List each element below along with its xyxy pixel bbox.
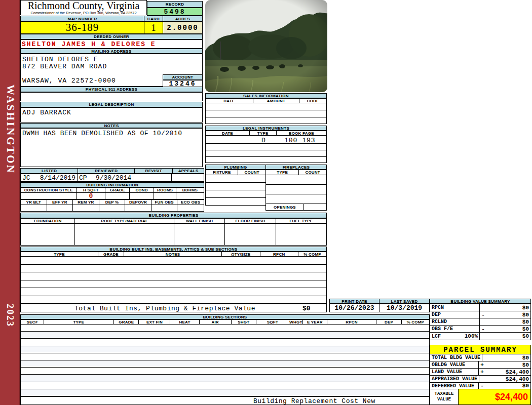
- yr-blt-value: [20, 205, 47, 212]
- wall-finish-value: [174, 223, 225, 246]
- taxable-value-label: TAXABLE VALUE: [430, 389, 459, 404]
- legal-description-value: ADJ BARRACK: [22, 109, 71, 116]
- eco-obs-value: [177, 205, 204, 212]
- property-photo: [205, 0, 327, 92]
- parcel-total-bldg-value: $0: [491, 355, 529, 361]
- listed-cell: JC 8/14/2019: [20, 174, 78, 182]
- parcel-appraised-label: APPRAISED VALUE: [432, 376, 477, 382]
- bdrms-value: [176, 192, 204, 199]
- sales-information-title: SALES INFORMATION: [205, 93, 327, 98]
- print-date-label: PRINT DATE: [329, 299, 379, 304]
- fireplaces-title: FIREPLACES: [265, 165, 327, 170]
- parcel-row-total-bldg: TOTAL BLDG VALUE $0: [430, 354, 531, 361]
- building-properties-values: [20, 223, 327, 246]
- bvs-rpcn-value: $0: [488, 305, 529, 311]
- sales-empty-rows: [205, 103, 327, 124]
- parcel-land-value: $24,400: [487, 369, 529, 375]
- notes-label: NOTES: [20, 123, 203, 128]
- record-label: RECORD: [147, 1, 203, 8]
- construction-style-value: [20, 192, 77, 199]
- revisit-label: REVISIT: [134, 168, 173, 174]
- building-sections-title: BUILDING SECTIONS: [20, 314, 430, 319]
- county-title: Richmond County, Virginia: [21, 1, 146, 11]
- fireplaces-empty-rows: [265, 175, 327, 204]
- taxable-value-row: TAXABLE VALUE $24,400: [430, 389, 531, 405]
- parcel-total-bldg-label: TOTAL BLDG VALUE: [432, 355, 480, 360]
- eff-yr-value: [47, 205, 73, 212]
- grade-value: [105, 192, 129, 199]
- bvs-row-rpcn: RPCN $0: [430, 304, 531, 311]
- notes-box: DWMH HAS BEEN DEMOLISHED AS OF 10/2010: [20, 128, 203, 167]
- parcel-appraised-value: $24,400: [488, 376, 529, 382]
- acres-value: 2.0000: [163, 21, 203, 34]
- parcel-deferred-op: -: [480, 383, 487, 389]
- mailing-line-2: 872 BEAVER DAM ROAD: [22, 63, 107, 70]
- parcel-summary-title: PARCEL SUMMARY: [430, 345, 531, 354]
- account-label: ACCOUNT: [163, 74, 203, 80]
- title-block: Richmond County, Virginia Commissioner o…: [20, 0, 147, 15]
- h-sqft-value: 0: [76, 192, 105, 199]
- sidebar-year-label: 2023: [0, 293, 20, 338]
- building-value-summary-title: BUILDING VALUE SUMMARY: [430, 299, 531, 304]
- bvs-lcf-label: LCF: [432, 334, 441, 339]
- card-value: 1: [144, 21, 163, 34]
- openings-value: [303, 204, 327, 211]
- sidebar-county-label: WASHINGTON: [0, 71, 20, 187]
- building-properties-title: BUILDING PROPERTIES: [20, 213, 327, 218]
- built-ins-total-label: Total Built Ins, Plumbing & Fireplace Va…: [74, 305, 255, 312]
- parcel-land-op: +: [480, 369, 487, 375]
- deeded-owner-value: SHELTON JAMES H & DELORES E: [20, 39, 203, 49]
- physical-911-box: [20, 92, 203, 101]
- print-date-value: 10/26/2023: [329, 304, 379, 312]
- parcel-row-obldg: OBLDG VALUE + $0: [430, 361, 531, 369]
- legal-description-box: ADJ BARRACK: [20, 107, 203, 123]
- revisit-cell: [133, 174, 172, 182]
- building-information-title: BUILDING INFORMATION: [20, 182, 204, 187]
- bvs-obs-value: $0: [488, 326, 529, 332]
- last-saved-label: LAST SAVED: [379, 299, 430, 304]
- listed-date: 8/14/2019: [40, 174, 75, 182]
- fun-obs-value: [151, 205, 178, 212]
- plumbing-title: PLUMBING: [205, 165, 266, 170]
- parcel-deferred-value: $0: [487, 383, 529, 389]
- physical-911-label: PHYSICAL 911 ADDRESS: [20, 87, 203, 92]
- plumbing-empty-rows: [205, 175, 266, 206]
- property-record-card: { "sidebar": { "county": "WASHINGTON", "…: [0, 0, 532, 405]
- mailing-line-1: SHELTON DELORES E: [22, 56, 98, 63]
- bvs-dep-label: DEP: [432, 312, 441, 317]
- parcel-obldg-value: $0: [487, 362, 529, 368]
- built-ins-empty-rows: [20, 256, 327, 304]
- sidebar-band: [0, 0, 20, 405]
- floor-finish-value: [224, 223, 276, 246]
- parcel-row-appraised: APPRAISED VALUE $24,400: [430, 375, 531, 383]
- record-value: 5498: [147, 8, 203, 16]
- bvs-row-lcf: LCF 100% $0: [430, 332, 531, 340]
- deeded-owner-label: DEEDED OWNER: [20, 34, 203, 39]
- instruments-empty-rows: [205, 143, 327, 163]
- built-ins-total-row: Total Built Ins, Plumbing & Fireplace Va…: [20, 304, 327, 312]
- building-sections-empty-rows: [20, 324, 430, 396]
- cond-value: [129, 192, 154, 199]
- bvs-rclnd-label: RCLND: [432, 319, 447, 325]
- property-photo-image: [205, 0, 327, 92]
- bvs-dep-value: $0: [488, 312, 529, 318]
- legal-description-label: LEGAL DESCRIPTION: [20, 102, 203, 107]
- bvs-lcf-pct: 100%: [465, 333, 478, 339]
- reviewed-cell: CP 9/30/2014: [77, 174, 133, 182]
- parcel-row-deferred: DEFERRED VALUE - $0: [430, 382, 531, 389]
- parcel-obldg-label: OBLDG VALUE: [432, 362, 465, 368]
- legal-instruments-title: LEGAL INSTRUMENTS: [205, 126, 327, 131]
- appeals-label: APPEALS: [172, 168, 204, 174]
- appeals-cell: [171, 174, 204, 182]
- bvs-obs-label: OBS F/E: [432, 326, 453, 332]
- listed-by: JC: [22, 174, 30, 182]
- built-ins-total-value: $0: [302, 305, 311, 312]
- map-number-value: 36-189: [20, 21, 144, 34]
- review-value-row: JC 8/14/2019 CP 9/30/2014: [20, 174, 204, 182]
- mailing-address-label: MAILING ADDRESS: [20, 49, 203, 54]
- openings-label: OPENINGS: [265, 204, 304, 211]
- bvs-rpcn-label: RPCN: [432, 305, 444, 310]
- sidebar-county-text: WASHINGTON: [4, 85, 17, 174]
- dep-pct-value: [99, 205, 126, 212]
- depovr-value: [125, 205, 151, 212]
